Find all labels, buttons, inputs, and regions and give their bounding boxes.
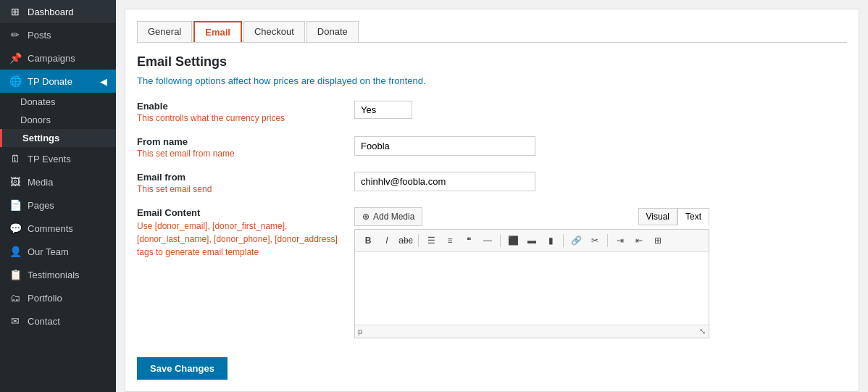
- tp-events-icon: 🗓: [9, 153, 22, 164]
- sidebar-label-donates: Donates: [20, 96, 55, 107]
- editor-toolbar: B I abc ☰ ≡ ❝ — ⬛ ▬ ▮ 🔗 ✂: [355, 230, 709, 252]
- email-from-row: Email from This set email send: [137, 172, 847, 194]
- sidebar-label-posts: Posts: [28, 30, 51, 41]
- pages-icon: 📄: [9, 199, 22, 211]
- email-from-input[interactable]: [354, 172, 535, 191]
- from-name-row: From name This set email from name: [137, 136, 847, 159]
- tab-visual[interactable]: Visual: [638, 208, 677, 225]
- toolbar-align-right[interactable]: ▮: [542, 233, 559, 249]
- editor-resize-handle[interactable]: ⤡: [699, 327, 706, 335]
- toolbar-link[interactable]: 🔗: [567, 233, 585, 249]
- sidebar-item-comments[interactable]: 💬 Comments: [0, 217, 116, 240]
- tab-text[interactable]: Text: [677, 208, 709, 225]
- main-content: General Email Checkout Donate Email Sett…: [116, 0, 868, 392]
- email-from-label-col: Email from This set email send: [137, 172, 354, 194]
- email-from-hint: This set email send: [137, 184, 354, 194]
- sidebar-item-donates[interactable]: Donates: [0, 93, 116, 111]
- toolbar-align-left[interactable]: ⬛: [504, 233, 522, 249]
- sidebar-item-tp-events[interactable]: 🗓 TP Events: [0, 147, 116, 170]
- toolbar-bold[interactable]: B: [359, 233, 377, 249]
- sidebar-item-contact[interactable]: ✉ Contact: [0, 309, 116, 333]
- tab-email[interactable]: Email: [193, 21, 242, 42]
- our-team-icon: 👤: [9, 246, 22, 257]
- editor-footer: p ⤡: [355, 325, 709, 338]
- contact-icon: ✉: [9, 315, 22, 327]
- editor-footer-text: p: [358, 327, 362, 335]
- page-title: Email Settings: [137, 54, 847, 70]
- editor-wrap: B I abc ☰ ≡ ❝ — ⬛ ▬ ▮ 🔗 ✂: [354, 229, 709, 338]
- sidebar-label-tp-events: TP Events: [28, 154, 71, 164]
- enable-label: Enable: [137, 101, 354, 112]
- campaigns-icon: 📌: [9, 52, 22, 64]
- editor-view-tabs: Visual Text: [638, 208, 709, 225]
- sidebar-item-campaigns[interactable]: 📌 Campaigns: [0, 46, 116, 70]
- enable-hint: This controlls what the currency prices: [137, 113, 354, 123]
- toolbar-strikethrough[interactable]: abc: [397, 233, 414, 249]
- sidebar-label-testimonials: Testimonials: [28, 270, 80, 280]
- add-media-icon: ⊕: [362, 212, 370, 222]
- sidebar-label-comments: Comments: [28, 223, 73, 234]
- sidebar-label-portfolio: Portfolio: [28, 293, 62, 304]
- testimonials-icon: 📋: [9, 269, 22, 280]
- comments-icon: 💬: [9, 222, 22, 234]
- settings-tabs: General Email Checkout Donate: [137, 21, 847, 43]
- editor-body[interactable]: [355, 252, 709, 325]
- content-wrap: General Email Checkout Donate Email Sett…: [125, 9, 859, 392]
- toolbar-blockquote[interactable]: ❝: [460, 233, 477, 249]
- email-from-label: Email from: [137, 172, 354, 183]
- enable-row: Enable This controlls what the currency …: [137, 101, 847, 123]
- sidebar-label-settings: Settings: [22, 133, 59, 143]
- sidebar-item-donors[interactable]: Donors: [0, 111, 116, 129]
- sidebar-item-tp-donate[interactable]: 🌐 TP Donate ◀: [0, 70, 116, 93]
- email-from-control: [354, 172, 847, 191]
- tab-general[interactable]: General: [137, 21, 192, 42]
- sidebar-item-testimonials[interactable]: 📋 Testimonials: [0, 263, 116, 286]
- from-name-control: [354, 136, 847, 156]
- sidebar-item-media[interactable]: 🖼 Media: [0, 170, 116, 193]
- toolbar-hr[interactable]: —: [479, 233, 496, 249]
- sidebar-label-dashboard: Dashboard: [28, 7, 74, 17]
- portfolio-icon: 🗂: [9, 292, 22, 304]
- sidebar-item-settings[interactable]: Settings: [0, 129, 116, 147]
- email-content-label: Email Content: [137, 207, 354, 218]
- tab-checkout[interactable]: Checkout: [243, 21, 305, 42]
- toolbar-ol[interactable]: ≡: [441, 233, 459, 249]
- collapse-icon: ◀: [100, 76, 107, 87]
- toolbar-table[interactable]: ⊞: [649, 233, 667, 249]
- sidebar-item-pages[interactable]: 📄 Pages: [0, 193, 116, 217]
- toolbar-italic[interactable]: I: [378, 233, 396, 249]
- sidebar-label-pages: Pages: [28, 200, 54, 211]
- email-content-label-col: Email Content Use [donor_email], [donor_…: [137, 207, 354, 259]
- toolbar-sep-1: [418, 234, 419, 247]
- enable-select[interactable]: Yes No: [354, 101, 412, 119]
- toolbar-align-center[interactable]: ▬: [523, 233, 541, 249]
- sidebar-item-dashboard[interactable]: ⊞ Dashboard: [0, 0, 116, 23]
- toolbar-unlink[interactable]: ✂: [586, 233, 604, 249]
- email-content-control: ⊕ Add Media Visual Text B I abc: [354, 207, 709, 338]
- sidebar-label-tp-donate: TP Donate: [28, 76, 72, 87]
- from-name-label: From name: [137, 136, 354, 147]
- from-name-input[interactable]: [354, 136, 535, 156]
- enable-control: Yes No: [354, 101, 847, 119]
- tab-donate[interactable]: Donate: [306, 21, 359, 42]
- dashboard-icon: ⊞: [9, 6, 22, 17]
- add-media-label: Add Media: [373, 212, 414, 222]
- tp-donate-icon: 🌐: [9, 75, 22, 87]
- enable-label-col: Enable This controlls what the currency …: [137, 101, 354, 123]
- toolbar-sep-4: [607, 234, 608, 247]
- email-content-row: Email Content Use [donor_email], [donor_…: [137, 207, 847, 338]
- from-name-hint: This set email from name: [137, 149, 354, 159]
- sidebar-item-posts[interactable]: ✏ Posts: [0, 23, 116, 46]
- save-changes-button[interactable]: Save Changes: [137, 357, 228, 380]
- toolbar-outdent[interactable]: ⇤: [630, 233, 648, 249]
- sidebar-item-our-team[interactable]: 👤 Our Team: [0, 240, 116, 263]
- toolbar-ul[interactable]: ☰: [422, 233, 440, 249]
- add-media-button[interactable]: ⊕ Add Media: [354, 207, 422, 226]
- sidebar-label-contact: Contact: [28, 316, 60, 327]
- sidebar-label-campaigns: Campaigns: [28, 53, 75, 64]
- media-icon: 🖼: [9, 176, 22, 188]
- toolbar-indent[interactable]: ⇥: [612, 233, 629, 249]
- posts-icon: ✏: [9, 29, 22, 41]
- sidebar-label-media: Media: [28, 177, 53, 188]
- sidebar-item-portfolio[interactable]: 🗂 Portfolio: [0, 286, 116, 309]
